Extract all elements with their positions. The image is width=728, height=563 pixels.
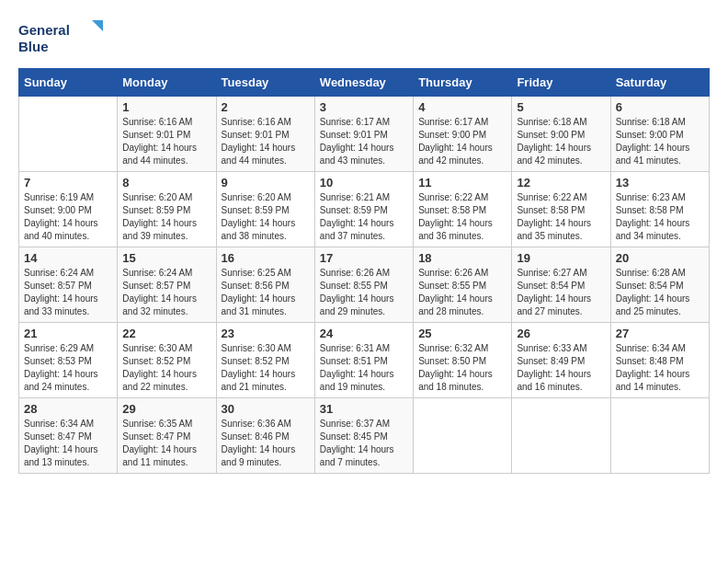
day-info: Sunrise: 6:24 AMSunset: 8:57 PMDaylight:…: [122, 268, 197, 316]
day-cell: 27 Sunrise: 6:34 AMSunset: 8:48 PMDaylig…: [610, 323, 709, 398]
day-number: 29: [122, 402, 210, 416]
day-info: Sunrise: 6:34 AMSunset: 8:48 PMDaylight:…: [616, 343, 690, 392]
header-day-tuesday: Tuesday: [216, 69, 314, 97]
day-info: Sunrise: 6:19 AMSunset: 9:00 PMDaylight:…: [24, 192, 98, 241]
day-number: 16: [222, 251, 310, 265]
calendar-table: SundayMondayTuesdayWednesdayThursdayFrid…: [18, 68, 710, 474]
day-info: Sunrise: 6:22 AMSunset: 8:58 PMDaylight:…: [418, 192, 493, 241]
day-info: Sunrise: 6:31 AMSunset: 8:51 PMDaylight:…: [320, 343, 394, 392]
day-cell: 24 Sunrise: 6:31 AMSunset: 8:51 PMDaylig…: [314, 323, 413, 398]
day-number: 8: [122, 176, 210, 190]
day-number: 20: [616, 251, 704, 265]
day-info: Sunrise: 6:30 AMSunset: 8:52 PMDaylight:…: [122, 343, 197, 392]
day-info: Sunrise: 6:23 AMSunset: 8:58 PMDaylight:…: [616, 192, 690, 241]
day-cell: [414, 398, 512, 474]
day-number: 4: [418, 100, 506, 114]
week-row-1: 1 Sunrise: 6:16 AMSunset: 9:01 PMDayligh…: [19, 97, 710, 172]
day-number: 15: [122, 251, 210, 265]
week-row-5: 28 Sunrise: 6:34 AMSunset: 8:47 PMDaylig…: [19, 398, 710, 474]
day-info: Sunrise: 6:37 AMSunset: 8:45 PMDaylight:…: [320, 419, 394, 467]
day-info: Sunrise: 6:20 AMSunset: 8:59 PMDaylight:…: [222, 192, 296, 241]
week-row-4: 21 Sunrise: 6:29 AMSunset: 8:53 PMDaylig…: [19, 323, 710, 398]
day-number: 23: [222, 327, 310, 340]
day-info: Sunrise: 6:29 AMSunset: 8:53 PMDaylight:…: [24, 343, 98, 392]
header-day-friday: Friday: [512, 69, 610, 97]
day-cell: 16 Sunrise: 6:25 AMSunset: 8:56 PMDaylig…: [216, 247, 314, 323]
day-cell: 29 Sunrise: 6:35 AMSunset: 8:47 PMDaylig…: [118, 398, 216, 474]
day-cell: 22 Sunrise: 6:30 AMSunset: 8:52 PMDaylig…: [118, 323, 216, 398]
day-info: Sunrise: 6:28 AMSunset: 8:54 PMDaylight:…: [616, 268, 690, 316]
week-row-2: 7 Sunrise: 6:19 AMSunset: 9:00 PMDayligh…: [19, 172, 710, 247]
day-number: 11: [418, 176, 506, 190]
day-number: 19: [517, 251, 605, 265]
day-number: 12: [517, 176, 605, 190]
day-info: Sunrise: 6:26 AMSunset: 8:55 PMDaylight:…: [320, 268, 394, 316]
day-cell: 11 Sunrise: 6:22 AMSunset: 8:58 PMDaylig…: [414, 172, 512, 247]
day-cell: 31 Sunrise: 6:37 AMSunset: 8:45 PMDaylig…: [314, 398, 413, 474]
day-info: Sunrise: 6:22 AMSunset: 8:58 PMDaylight:…: [517, 192, 591, 241]
day-cell: 4 Sunrise: 6:17 AMSunset: 9:00 PMDayligh…: [414, 97, 512, 172]
day-number: 9: [222, 176, 310, 190]
day-cell: 6 Sunrise: 6:18 AMSunset: 9:00 PMDayligh…: [610, 97, 709, 172]
day-number: 21: [24, 327, 112, 340]
day-cell: 12 Sunrise: 6:22 AMSunset: 8:58 PMDaylig…: [512, 172, 610, 247]
day-info: Sunrise: 6:18 AMSunset: 9:00 PMDaylight:…: [616, 117, 690, 166]
logo: General Blue: [18, 18, 110, 59]
day-cell: 9 Sunrise: 6:20 AMSunset: 8:59 PMDayligh…: [216, 172, 314, 247]
day-number: 17: [320, 251, 408, 265]
day-cell: 25 Sunrise: 6:32 AMSunset: 8:50 PMDaylig…: [414, 323, 512, 398]
day-info: Sunrise: 6:34 AMSunset: 8:47 PMDaylight:…: [24, 419, 98, 467]
header-row: SundayMondayTuesdayWednesdayThursdayFrid…: [19, 69, 710, 97]
day-cell: 3 Sunrise: 6:17 AMSunset: 9:01 PMDayligh…: [314, 97, 413, 172]
day-info: Sunrise: 6:21 AMSunset: 8:59 PMDaylight:…: [320, 192, 394, 241]
day-number: 27: [616, 327, 704, 340]
header-day-sunday: Sunday: [19, 69, 118, 97]
logo-svg: General Blue: [18, 18, 110, 59]
day-number: 5: [517, 100, 605, 114]
day-info: Sunrise: 6:16 AMSunset: 9:01 PMDaylight:…: [222, 117, 296, 166]
day-number: 3: [320, 100, 408, 114]
day-cell: 17 Sunrise: 6:26 AMSunset: 8:55 PMDaylig…: [314, 247, 413, 323]
day-cell: 26 Sunrise: 6:33 AMSunset: 8:49 PMDaylig…: [512, 323, 610, 398]
day-number: 30: [222, 402, 310, 416]
day-cell: 23 Sunrise: 6:30 AMSunset: 8:52 PMDaylig…: [216, 323, 314, 398]
page-header: General Blue: [18, 18, 710, 59]
header-day-saturday: Saturday: [610, 69, 709, 97]
day-number: 26: [517, 327, 605, 340]
day-number: 25: [418, 327, 506, 340]
day-number: 24: [320, 327, 408, 340]
day-number: 28: [24, 402, 112, 416]
day-cell: 5 Sunrise: 6:18 AMSunset: 9:00 PMDayligh…: [512, 97, 610, 172]
day-cell: [512, 398, 610, 474]
day-cell: [610, 398, 709, 474]
day-info: Sunrise: 6:27 AMSunset: 8:54 PMDaylight:…: [517, 268, 591, 316]
day-number: 1: [122, 100, 210, 114]
header-day-monday: Monday: [118, 69, 216, 97]
day-number: 14: [24, 251, 112, 265]
day-cell: 15 Sunrise: 6:24 AMSunset: 8:57 PMDaylig…: [118, 247, 216, 323]
day-info: Sunrise: 6:17 AMSunset: 9:00 PMDaylight:…: [418, 117, 493, 166]
day-info: Sunrise: 6:25 AMSunset: 8:56 PMDaylight:…: [222, 268, 296, 316]
day-cell: 14 Sunrise: 6:24 AMSunset: 8:57 PMDaylig…: [19, 247, 118, 323]
day-info: Sunrise: 6:20 AMSunset: 8:59 PMDaylight:…: [122, 192, 197, 241]
day-info: Sunrise: 6:16 AMSunset: 9:01 PMDaylight:…: [122, 117, 197, 166]
day-info: Sunrise: 6:17 AMSunset: 9:01 PMDaylight:…: [320, 117, 394, 166]
day-number: 2: [222, 100, 310, 114]
day-cell: 21 Sunrise: 6:29 AMSunset: 8:53 PMDaylig…: [19, 323, 118, 398]
header-day-thursday: Thursday: [414, 69, 512, 97]
day-number: 7: [24, 176, 112, 190]
day-number: 31: [320, 402, 408, 416]
week-row-3: 14 Sunrise: 6:24 AMSunset: 8:57 PMDaylig…: [19, 247, 710, 323]
day-number: 6: [616, 100, 704, 114]
day-info: Sunrise: 6:24 AMSunset: 8:57 PMDaylight:…: [24, 268, 98, 316]
day-cell: 28 Sunrise: 6:34 AMSunset: 8:47 PMDaylig…: [19, 398, 118, 474]
day-info: Sunrise: 6:36 AMSunset: 8:46 PMDaylight:…: [222, 419, 296, 467]
day-cell: 13 Sunrise: 6:23 AMSunset: 8:58 PMDaylig…: [610, 172, 709, 247]
day-cell: 7 Sunrise: 6:19 AMSunset: 9:00 PMDayligh…: [19, 172, 118, 247]
day-cell: 8 Sunrise: 6:20 AMSunset: 8:59 PMDayligh…: [118, 172, 216, 247]
day-cell: 2 Sunrise: 6:16 AMSunset: 9:01 PMDayligh…: [216, 97, 314, 172]
day-info: Sunrise: 6:32 AMSunset: 8:50 PMDaylight:…: [418, 343, 493, 392]
svg-text:Blue: Blue: [18, 39, 49, 54]
day-info: Sunrise: 6:33 AMSunset: 8:49 PMDaylight:…: [517, 343, 591, 392]
day-number: 18: [418, 251, 506, 265]
